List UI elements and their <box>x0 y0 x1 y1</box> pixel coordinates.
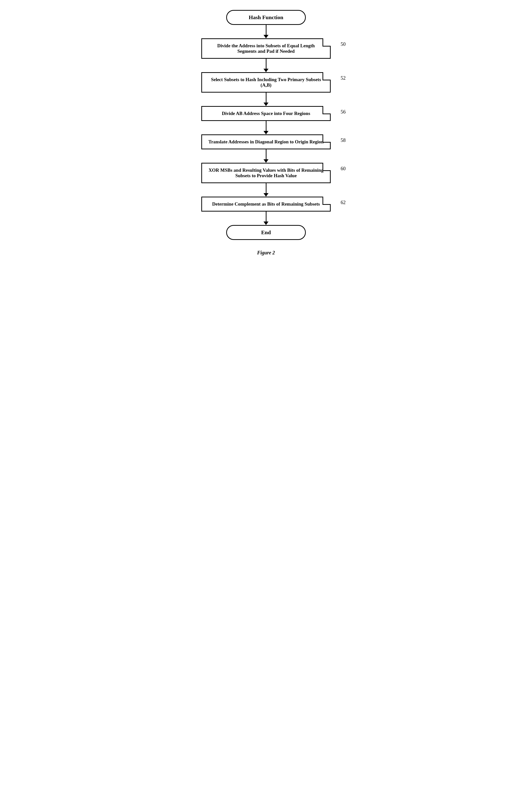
step50-number: 50 <box>341 41 346 47</box>
arrow-4 <box>263 121 269 134</box>
arrow-head-4 <box>263 131 269 134</box>
arrow-head-1 <box>263 35 269 38</box>
arrow-6 <box>263 183 269 197</box>
arrow-line-3 <box>266 93 267 102</box>
step50-label: Divide the Address into Subsets of Equal… <box>217 43 315 54</box>
start-node-wrapper: Hash Function <box>226 10 306 25</box>
arrow-line-1 <box>266 25 267 35</box>
step52-number: 52 <box>341 75 346 81</box>
arrow-7 <box>263 212 269 225</box>
step62-wrapper: Determine Complement as Bits of Remainin… <box>201 197 331 212</box>
step60-label: XOR MSBs and Resulting Values with Bits … <box>209 168 323 178</box>
arrow-head-2 <box>263 69 269 72</box>
start-terminal: Hash Function <box>226 10 306 25</box>
step52-node: Select Subsets to Hash Including Two Pri… <box>201 72 331 93</box>
start-label: Hash Function <box>249 14 283 20</box>
arrow-5 <box>263 149 269 163</box>
step58-wrapper: Translate Addresses in Diagonal Region t… <box>201 134 331 149</box>
arrow-head-7 <box>263 221 269 225</box>
step62-number: 62 <box>341 200 346 205</box>
arrow-line-7 <box>266 212 267 221</box>
end-terminal: End <box>226 225 306 240</box>
step56-label: Divide AB Address Space into Four Region… <box>222 111 310 116</box>
arrow-head-3 <box>263 102 269 106</box>
step52-wrapper: Select Subsets to Hash Including Two Pri… <box>201 72 331 93</box>
step52-label: Select Subsets to Hash Including Two Pri… <box>211 77 321 87</box>
step58-label: Translate Addresses in Diagonal Region t… <box>208 139 323 144</box>
step62-label: Determine Complement as Bits of Remainin… <box>212 201 320 206</box>
arrow-line-6 <box>266 183 267 193</box>
step50-wrapper: Divide the Address into Subsets of Equal… <box>201 38 331 59</box>
flowchart-diagram: Hash Function Divide the Address into Su… <box>181 10 351 256</box>
arrow-3 <box>263 93 269 106</box>
end-label: End <box>261 229 271 235</box>
step58-number: 58 <box>341 137 346 143</box>
arrow-line-5 <box>266 149 267 159</box>
arrow-1 <box>263 25 269 38</box>
arrow-2 <box>263 59 269 72</box>
arrow-line-2 <box>266 59 267 69</box>
arrow-head-6 <box>263 193 269 197</box>
step60-node: XOR MSBs and Resulting Values with Bits … <box>201 163 331 183</box>
figure-caption: Figure 2 <box>257 250 275 256</box>
arrow-head-5 <box>263 159 269 163</box>
step56-number: 56 <box>341 109 346 115</box>
step60-number: 60 <box>341 166 346 172</box>
end-node-wrapper: End <box>226 225 306 240</box>
step60-wrapper: XOR MSBs and Resulting Values with Bits … <box>201 163 331 183</box>
step56-wrapper: Divide AB Address Space into Four Region… <box>201 106 331 121</box>
step58-node: Translate Addresses in Diagonal Region t… <box>201 134 331 149</box>
arrow-line-4 <box>266 121 267 131</box>
step50-node: Divide the Address into Subsets of Equal… <box>201 38 331 59</box>
step62-node: Determine Complement as Bits of Remainin… <box>201 197 331 212</box>
step56-node: Divide AB Address Space into Four Region… <box>201 106 331 121</box>
